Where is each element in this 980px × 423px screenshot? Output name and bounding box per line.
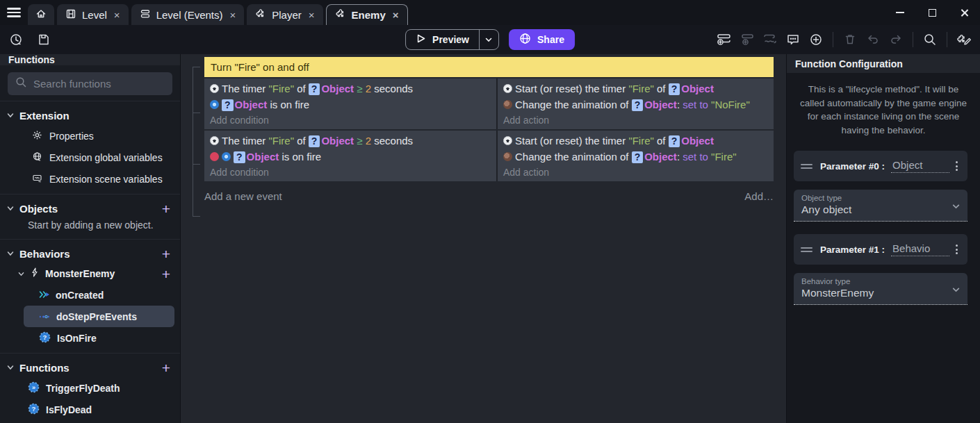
tab-enemy[interactable]: Enemy × <box>326 4 408 25</box>
tab-player[interactable]: Player × <box>247 4 322 25</box>
sidebar-item-isflydead[interactable]: ? IsFlyDead <box>0 399 180 420</box>
drag-handle-icon[interactable] <box>801 245 812 254</box>
parameter-1-label: Parameter #1 : <box>820 244 885 255</box>
add-other-event-icon[interactable] <box>761 31 779 49</box>
sidebar-item-extension-scene-variables[interactable]: Extension scene variables <box>0 168 180 190</box>
search-functions-input[interactable] <box>33 78 165 90</box>
toolbar-left <box>7 31 53 49</box>
tab-home[interactable] <box>28 4 54 25</box>
delete-icon[interactable] <box>841 31 859 49</box>
share-button[interactable]: Share <box>509 29 575 50</box>
action-line[interactable]: Start (or reset) the timer "Fire" of ?Ob… <box>503 81 768 97</box>
action-line[interactable]: Start (or reset) the timer "Fire" of ?Ob… <box>503 133 768 149</box>
kebab-menu-icon[interactable] <box>952 242 962 257</box>
undo-icon[interactable] <box>864 31 882 49</box>
add-subevent-icon[interactable] <box>738 31 756 49</box>
parameter-1-card: Parameter #1 : Behavio <box>794 234 967 265</box>
action-line[interactable]: Change the animation of ?Object: set to … <box>503 149 768 165</box>
section-label: Extension <box>19 110 70 122</box>
add-object-button[interactable]: + <box>159 201 173 216</box>
condition-line[interactable]: ?Object is on fire <box>210 149 491 165</box>
minimize-button[interactable] <box>884 0 916 25</box>
drag-handle-icon[interactable] <box>801 162 812 171</box>
preview-options-chevron[interactable] <box>479 30 498 49</box>
preview-button[interactable]: Preview <box>406 30 479 49</box>
add-new-event-link[interactable]: Add a new event <box>204 190 282 202</box>
maximize-button[interactable] <box>916 0 948 25</box>
sidebar-item-extension-global-variables[interactable]: Extension global variables <box>0 147 180 168</box>
functions-section-header[interactable]: Functions + <box>0 358 180 377</box>
behavior-type-select[interactable]: Behavior type MonsterEnemy <box>794 273 967 305</box>
kebab-menu-icon[interactable] <box>952 158 962 174</box>
tab-level[interactable]: Level × <box>57 4 129 25</box>
history-icon[interactable] <box>7 31 25 49</box>
save-icon[interactable] <box>35 31 53 49</box>
sidebar-item-oncreated[interactable]: onCreated <box>0 284 180 306</box>
gdevelop-window: Level × Level (Events) × Player × Enemy … <box>0 0 980 423</box>
method-label: onCreated <box>56 290 104 301</box>
close-tab-icon[interactable]: × <box>393 9 399 21</box>
action-line[interactable]: Change the animation of ?Object: set to … <box>503 97 768 113</box>
chevron-down-icon <box>7 112 14 119</box>
close-tab-icon[interactable]: × <box>309 9 315 21</box>
add-more-link[interactable]: Add… <box>744 190 774 202</box>
condition-gear-icon: ? <box>39 331 51 345</box>
add-action-link[interactable]: Add action <box>503 113 768 128</box>
objects-section-header[interactable]: Objects + <box>0 199 180 218</box>
main-menu-icon[interactable] <box>0 0 28 25</box>
objects-empty-text: Start by adding a new object. <box>0 218 180 235</box>
chevron-down-icon <box>7 364 14 371</box>
event-row-2[interactable]: The timer "Fire" of ?Object ≥ 2 seconds … <box>204 131 774 181</box>
method-label: IsOnFire <box>57 333 97 344</box>
add-action-link[interactable]: Add action <box>503 165 768 180</box>
tab-level-events[interactable]: Level (Events) × <box>131 4 245 25</box>
puzzle-icon <box>335 8 346 22</box>
comment-event[interactable]: Turn "Fire" on and off <box>204 57 774 77</box>
sidebar-item-label: Properties <box>49 131 94 142</box>
add-circle-icon[interactable] <box>807 31 825 49</box>
sidebar-item-isonfire[interactable]: ? IsOnFire <box>0 327 180 349</box>
parameter-0-name-field[interactable]: Object <box>891 159 949 173</box>
redo-icon[interactable] <box>887 31 905 49</box>
section-label: Functions <box>19 362 70 374</box>
behaviors-section-header[interactable]: Behaviors + <box>0 244 180 263</box>
add-function-button[interactable]: + <box>159 360 173 375</box>
tab-label: Player <box>272 9 302 21</box>
search-icon[interactable] <box>921 31 939 49</box>
behavior-label: MonsterEnemy <box>45 268 115 279</box>
add-event-icon[interactable] <box>715 31 733 49</box>
preview-label: Preview <box>432 34 469 45</box>
add-event-row: Add a new event Add… <box>204 190 774 202</box>
extension-section-header[interactable]: Extension <box>0 106 180 125</box>
globe-icon <box>32 151 42 164</box>
sidebar-item-triggerflydeath[interactable]: » TriggerFlyDeath <box>0 377 180 399</box>
add-condition-link[interactable]: Add condition <box>210 113 491 128</box>
select-label: Object type <box>801 194 947 202</box>
condition-line[interactable]: ?Object is on fire <box>210 97 491 113</box>
parameter-1-name-field[interactable]: Behavio <box>891 242 949 256</box>
add-behavior-button[interactable]: + <box>159 247 173 261</box>
lifecycle-arrows-icon <box>39 290 49 301</box>
behavior-monsterenemy[interactable]: MonsterEnemy + <box>0 263 180 284</box>
condition-line[interactable]: The timer "Fire" of ?Object ≥ 2 seconds <box>210 81 491 97</box>
sidebar-item-properties[interactable]: Properties <box>0 125 180 147</box>
select-label: Behavior type <box>801 277 947 285</box>
condition-line[interactable]: The timer "Fire" of ?Object ≥ 2 seconds <box>210 133 491 149</box>
tab-label: Enemy <box>352 9 386 21</box>
event-row-1[interactable]: The timer "Fire" of ?Object ≥ 2 seconds … <box>204 78 774 129</box>
chevron-down-icon <box>952 202 961 211</box>
edit-extension-icon[interactable] <box>955 31 973 49</box>
close-button[interactable] <box>948 0 980 25</box>
add-comment-icon[interactable] <box>784 31 802 49</box>
add-condition-link[interactable]: Add condition <box>210 165 491 180</box>
add-behavior-function-button[interactable]: + <box>159 267 173 281</box>
globe-icon <box>519 33 531 47</box>
film-icon <box>65 8 76 22</box>
object-type-select[interactable]: Object type Any object <box>794 190 967 222</box>
search-functions-box[interactable] <box>8 72 172 95</box>
sidebar-item-label: Extension global variables <box>49 152 163 163</box>
close-tab-icon[interactable]: × <box>230 9 236 21</box>
close-tab-icon[interactable]: × <box>114 9 120 21</box>
section-label: Objects <box>19 203 58 215</box>
sidebar-item-dosteppreevents[interactable]: doStepPreEvents <box>24 306 174 327</box>
